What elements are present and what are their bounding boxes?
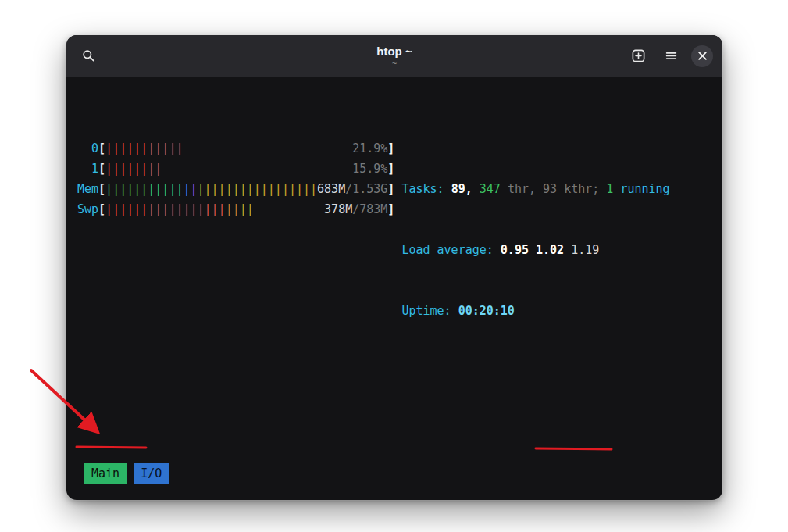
uptime-line: Uptime: 00:20:10 (401, 301, 669, 321)
cpu0-meter: 0[||||||||||| 21.9%] (77, 138, 394, 159)
mem-meter: Mem[||||||||||||||||||||||||||||||683M/1… (77, 179, 394, 199)
new-tab-button[interactable] (626, 44, 651, 69)
hamburger-menu-icon (665, 49, 678, 62)
menu-button[interactable] (658, 44, 683, 69)
cpu1-meter: 1[|||||||| 15.9%] (77, 159, 394, 179)
titlebar-buttons (626, 44, 713, 69)
window-title-stack: htop ~ ~ (376, 45, 412, 68)
window-subtitle: ~ (376, 59, 412, 68)
meters-column: 0[||||||||||| 21.9%]1[|||||||| 15.9%]Mem… (77, 138, 394, 362)
close-button[interactable] (691, 45, 713, 67)
htop-header: 0[||||||||||| 21.9%]1[|||||||| 15.9%]Mem… (77, 138, 711, 362)
load-average-line: Load average: 0.95 1.02 1.19 (401, 240, 669, 260)
terminal-window: htop ~ ~ (66, 35, 722, 500)
new-tab-icon (632, 49, 645, 62)
terminal-content: 0[||||||||||| 21.9%]1[|||||||| 15.9%]Mem… (66, 77, 722, 500)
search-icon (82, 49, 95, 62)
blank-line (77, 402, 711, 423)
tab-i-o[interactable]: I/O (134, 463, 169, 484)
search-button[interactable] (76, 44, 101, 69)
tasks-line: Tasks: 89, 347 thr, 93 kthr; 1 running (401, 179, 669, 199)
swp-meter: Swp[||||||||||||||||||||| 378M/783M] (77, 199, 394, 220)
window-title: htop ~ (376, 45, 412, 59)
screen-tabs: MainI/O (77, 463, 711, 484)
tab-main[interactable]: Main (84, 463, 127, 484)
close-icon (697, 51, 708, 61)
titlebar: htop ~ ~ (66, 35, 722, 77)
sysinfo-column: Tasks: 89, 347 thr, 93 kthr; 1 running L… (401, 138, 669, 362)
